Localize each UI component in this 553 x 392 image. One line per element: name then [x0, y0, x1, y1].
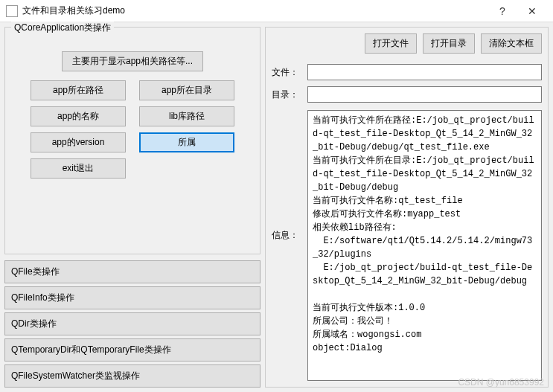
section-qdir[interactable]: QDir类操作 — [4, 312, 260, 335]
main-desc-button[interactable]: 主要用于显示app相关路径等... — [62, 51, 203, 71]
info-label: 信息： — [272, 110, 301, 242]
file-input[interactable] — [307, 64, 542, 80]
group-title: QCoreApplication类操作 — [11, 22, 114, 34]
section-qtemporary[interactable]: QTemporaryDir和QTemporaryFile类操作 — [4, 338, 260, 362]
file-label: 文件： — [272, 66, 301, 79]
app-path-button[interactable]: app所在路径 — [31, 80, 126, 100]
open-file-button[interactable]: 打开文件 — [365, 33, 417, 54]
app-name-button[interactable]: app的名称 — [31, 106, 126, 126]
section-qfilesystemwatcher[interactable]: QFileSystemWatcher类监视操作 — [4, 364, 260, 388]
close-button[interactable]: ✕ — [517, 1, 547, 22]
window-title: 文件和目录相关练习demo — [22, 4, 488, 17]
exit-button[interactable]: exit退出 — [31, 158, 126, 179]
qcoreapplication-group: QCoreApplication类操作 主要用于显示app相关路径等... ap… — [4, 27, 260, 254]
section-qfile[interactable]: QFile类操作 — [4, 260, 260, 283]
open-dir-button[interactable]: 打开目录 — [423, 33, 475, 54]
right-panel: 打开文件 打开目录 清除文本框 文件： 目录： 信息： 当前可执行文件所在路径:… — [265, 27, 549, 388]
info-textbox[interactable]: 当前可执行文件所在路径:E:/job_qt_project/build-qt_t… — [307, 110, 542, 381]
app-version-button[interactable]: app的version — [31, 132, 126, 152]
dir-label: 目录： — [272, 89, 301, 101]
dir-input[interactable] — [307, 86, 542, 103]
clear-text-button[interactable]: 清除文本框 — [481, 33, 542, 54]
app-icon — [6, 5, 18, 17]
title-bar: 文件和目录相关练习demo ? ✕ — [0, 0, 553, 22]
belong-button[interactable]: 所属 — [139, 132, 234, 152]
section-qfileinfo[interactable]: QFileInfo类操作 — [4, 286, 260, 309]
lib-path-button[interactable]: lib库路径 — [139, 106, 234, 126]
app-dir-button[interactable]: app所在目录 — [139, 80, 234, 100]
help-button[interactable]: ? — [488, 1, 517, 22]
